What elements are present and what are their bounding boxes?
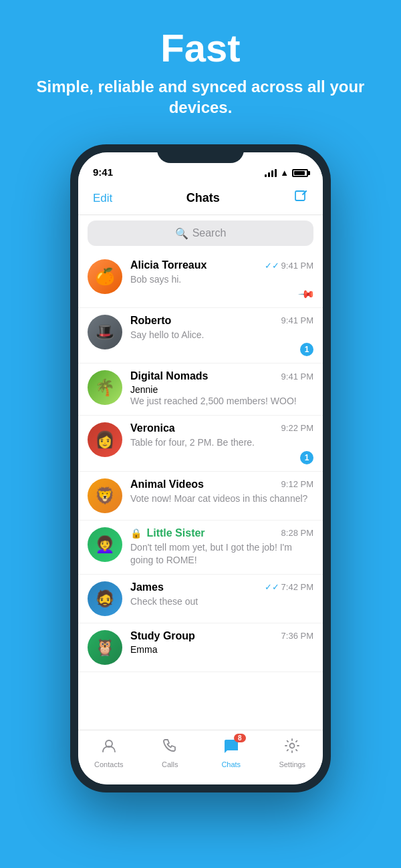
chat-preview-alicia: Bob says hi.: [130, 273, 313, 287]
chat-item-sister[interactable]: 👩‍🦱 🔒 Little Sister 8:28 PM Don't tell m…: [78, 521, 323, 575]
chat-name-sister: 🔒 Little Sister: [130, 527, 205, 539]
avatar-alicia: 🍊: [88, 259, 122, 294]
chat-item-roberto[interactable]: 🎩 Roberto 9:41 PM Say hello to Alice. 1: [78, 308, 323, 364]
search-bar[interactable]: 🔍 Search: [88, 221, 313, 246]
read-check-james: ✓✓: [265, 582, 279, 592]
avatar-animal: 🦁: [88, 478, 122, 513]
chat-list: 🍊 Alicia Torreaux ✓✓ 9:41 PM Bob says hi…: [78, 253, 323, 730]
phone-screen: 9:41 ▲ Edit Chats: [78, 152, 323, 784]
chat-name-veronica: Veronica: [130, 422, 175, 434]
tab-label-settings: Settings: [279, 760, 305, 768]
chat-content-sister: 🔒 Little Sister 8:28 PM Don't tell mom y…: [130, 527, 313, 567]
chat-time-study: 7:36 PM: [281, 631, 313, 641]
status-time: 9:41: [93, 166, 113, 178]
battery-icon: [292, 169, 308, 177]
chat-item-veronica[interactable]: 👩 Veronica 9:22 PM Table for four, 2 PM.…: [78, 416, 323, 472]
chat-content-james: James ✓✓ 7:42 PM Check these out: [130, 581, 313, 609]
settings-icon: [283, 737, 301, 758]
tab-label-chats: Chats: [221, 760, 241, 768]
hero-subtitle: Simple, reliable and synced across all y…: [13, 76, 388, 118]
compose-button[interactable]: [293, 189, 308, 207]
avatar-nomads: 🌴: [88, 370, 122, 405]
phone-wrapper: 9:41 ▲ Edit Chats: [0, 144, 401, 792]
status-icons: ▲: [265, 168, 308, 178]
chat-item-nomads[interactable]: 🌴 Digital Nomads 9:41 PM Jennie We just …: [78, 364, 323, 416]
chat-content-study: Study Group 7:36 PM Emma: [130, 630, 313, 655]
chat-content-animal: Animal Videos 9:12 PM Vote now! Moar cat…: [130, 478, 313, 506]
chat-badge: 8: [234, 734, 246, 742]
search-icon: 🔍: [175, 227, 188, 240]
chat-item-animal[interactable]: 🦁 Animal Videos 9:12 PM Vote now! Moar c…: [78, 472, 323, 521]
lock-icon: 🔒: [130, 528, 142, 539]
calls-icon: [161, 737, 178, 758]
phone-frame: 9:41 ▲ Edit Chats: [70, 144, 331, 792]
svg-point-4: [290, 744, 295, 748]
search-placeholder: Search: [192, 227, 227, 239]
avatar-study: 🦉: [88, 630, 122, 665]
chat-preview-roberto: Say hello to Alice.: [130, 329, 313, 342]
avatar-james: 🧔: [88, 581, 122, 616]
pin-icon-alicia: 📌: [297, 285, 316, 303]
chat-content-alicia: Alicia Torreaux ✓✓ 9:41 PM Bob says hi. …: [130, 259, 313, 301]
search-container: 🔍 Search: [78, 215, 323, 253]
chat-time-veronica: 9:22 PM: [281, 423, 313, 433]
chat-preview-sister: Don't tell mom yet, but I got the job! I…: [130, 541, 313, 567]
phone-notch: [157, 144, 244, 163]
nav-title: Chats: [186, 191, 220, 205]
chat-content-roberto: Roberto 9:41 PM Say hello to Alice. 1: [130, 315, 313, 357]
chat-name-alicia: Alicia Torreaux: [130, 259, 207, 271]
chat-name-study: Study Group: [130, 630, 195, 642]
chat-time-nomads: 9:41 PM: [281, 372, 313, 382]
hero-title: Fast: [13, 27, 388, 69]
chat-content-nomads: Digital Nomads 9:41 PM Jennie We just re…: [130, 370, 313, 408]
chat-item-study[interactable]: 🦉 Study Group 7:36 PM Emma: [78, 623, 323, 672]
hero-section: Fast Simple, reliable and synced across …: [0, 0, 401, 131]
avatar-roberto: 🎩: [88, 315, 122, 349]
chat-time-alicia: ✓✓ 9:41 PM: [265, 261, 313, 271]
unread-badge-roberto: 1: [300, 343, 313, 356]
chat-sender-study: Emma: [130, 644, 313, 655]
tab-bar: Contacts Calls: [78, 730, 323, 784]
chats-icon: 8: [222, 737, 241, 758]
edit-button[interactable]: Edit: [93, 192, 112, 205]
chat-name-james: James: [130, 581, 164, 593]
chat-name-animal: Animal Videos: [130, 478, 204, 490]
chat-name-roberto: Roberto: [130, 315, 171, 327]
contacts-icon: [100, 737, 118, 758]
chat-content-veronica: Veronica 9:22 PM Table for four, 2 PM. B…: [130, 422, 313, 464]
tab-label-calls: Calls: [162, 760, 178, 768]
avatar-veronica: 👩: [88, 422, 122, 457]
tab-chats[interactable]: 8 Chats: [211, 737, 251, 768]
chat-time-james: ✓✓ 7:42 PM: [265, 582, 313, 592]
chat-sender-nomads: Jennie: [130, 384, 313, 395]
tab-settings[interactable]: Settings: [272, 737, 312, 768]
signal-icon: [265, 169, 277, 177]
chat-preview-animal: Vote now! Moar cat videos in this channe…: [130, 492, 313, 506]
wifi-icon: ▲: [280, 168, 289, 178]
unread-badge-veronica: 1: [300, 451, 313, 464]
tab-label-contacts: Contacts: [94, 760, 123, 768]
chat-preview-james: Check these out: [130, 595, 313, 609]
chat-name-nomads: Digital Nomads: [130, 370, 208, 382]
chat-preview-veronica: Table for four, 2 PM. Be there.: [130, 436, 313, 450]
read-check-alicia: ✓✓: [265, 261, 279, 271]
nav-bar: Edit Chats: [78, 182, 323, 215]
chat-time-roberto: 9:41 PM: [281, 315, 313, 325]
svg-rect-0: [295, 191, 305, 200]
avatar-sister: 👩‍🦱: [88, 527, 122, 562]
chat-preview-nomads: We just reached 2,500 members! WOO!: [130, 395, 313, 408]
tab-calls[interactable]: Calls: [150, 737, 190, 768]
tab-contacts[interactable]: Contacts: [89, 737, 129, 768]
chat-item-james[interactable]: 🧔 James ✓✓ 7:42 PM Check these out: [78, 575, 323, 623]
chat-time-sister: 8:28 PM: [281, 528, 313, 538]
chat-time-animal: 9:12 PM: [281, 479, 313, 489]
chat-item-alicia[interactable]: 🍊 Alicia Torreaux ✓✓ 9:41 PM Bob says hi…: [78, 253, 323, 308]
